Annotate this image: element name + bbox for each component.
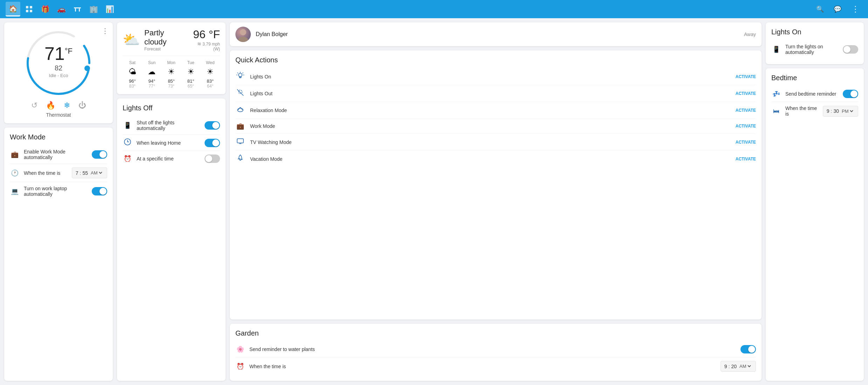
- nav-scenes[interactable]: [22, 2, 36, 16]
- thermostat-setpoint: 82: [44, 64, 73, 72]
- workmode-time-input[interactable]: 7 : 55 AMPM: [72, 167, 107, 178]
- thermostat-cool-icon[interactable]: ❄: [64, 101, 70, 110]
- svg-rect-5: [75, 8, 76, 12]
- workmode-ampm[interactable]: AMPM: [89, 170, 103, 176]
- workmode-enable-label: Enable Work Mode automatically: [24, 149, 88, 160]
- main-content: ⋮ 71°F 82 Idle - Eco: [0, 18, 868, 385]
- thermostat-power-icon[interactable]: ⏻: [78, 101, 86, 110]
- bedtime-ampm[interactable]: AMPM: [840, 108, 854, 114]
- lightson-panel: Lights On 📱 Turn the lights on automatic…: [766, 22, 864, 64]
- qa-vacation-activate[interactable]: ACTIVATE: [736, 157, 756, 161]
- garden-title: Garden: [235, 329, 756, 337]
- svg-point-13: [239, 73, 242, 77]
- lightsoff-leaving-toggle[interactable]: [205, 139, 220, 147]
- lightson-title: Lights On: [771, 28, 858, 36]
- bedtime-reminder-toggle[interactable]: [843, 90, 858, 98]
- garden-water-row: 🌸 Send reminder to water plants: [235, 342, 756, 357]
- qa-work: 💼 Work Mode ACTIVATE: [235, 119, 756, 134]
- nav-gift[interactable]: 🎁: [38, 2, 53, 16]
- svg-rect-0: [26, 6, 28, 8]
- lightsoff-title: Lights Off: [123, 104, 220, 112]
- weather-forecast: Sat 🌤 96° 83° Sun ☁ 94° 77° Mon ☀ 85° 73…: [123, 56, 220, 89]
- qa-relaxation-label: Relaxation Mode: [250, 108, 731, 113]
- thermostat-temperature: 71°F: [44, 44, 73, 63]
- lights-on-icon: [235, 72, 245, 81]
- qa-work-label: Work Mode: [250, 123, 731, 129]
- user-panel: Dylan Bolger Away: [230, 22, 762, 46]
- flower-icon: 🌸: [235, 345, 245, 353]
- center-right-column: Dylan Bolger Away Quick Actions Lights O…: [230, 22, 762, 381]
- workmode-laptop-toggle[interactable]: [92, 187, 107, 195]
- nav-car[interactable]: 🚗: [54, 2, 69, 16]
- lightsoff-time-row: ⏰ At a specific time: [123, 151, 220, 166]
- workmode-panel: Work Mode 💼 Enable Work Mode automatical…: [4, 128, 113, 381]
- clock-icon: 🕐: [10, 169, 20, 177]
- weather-icon: ⛅: [123, 32, 140, 48]
- bedtime-time-row: 🛏 When the time is 9 : 30 AMPM: [771, 102, 858, 120]
- lightsoff-time-label: At a specific time: [137, 156, 200, 161]
- garden-time-input[interactable]: 9 : 20 AMPM: [721, 361, 756, 372]
- more-icon[interactable]: ⋮: [848, 2, 862, 16]
- bed-icon: 🛏: [771, 108, 781, 115]
- garden-panel: Garden 🌸 Send reminder to water plants ⏰…: [230, 324, 762, 381]
- qa-tv-activate[interactable]: ACTIVATE: [736, 140, 756, 145]
- qa-tv-label: TV Watching Mode: [250, 139, 731, 145]
- thermostat-controls: ↺ 🔥 ❄ ⏻: [10, 101, 107, 110]
- center-left-column: ⛅ Partly cloudy Forecast 96 °F ≋ 3.79 mp…: [117, 22, 226, 381]
- thermostat-label: Thermostat: [10, 112, 107, 118]
- garden-water-toggle[interactable]: [740, 345, 756, 353]
- search-icon[interactable]: 🔍: [813, 2, 827, 16]
- workmode-enable-toggle[interactable]: [92, 150, 107, 159]
- weather-header: ⛅ Partly cloudy Forecast 96 °F ≋ 3.79 mp…: [123, 28, 220, 51]
- svg-rect-6: [79, 8, 80, 12]
- workmode-time-row: 🕐 When the time is 7 : 55 AMPM: [10, 164, 107, 182]
- bedtime-panel: Bedtime 💤 Send bedtime reminder 🛏 When t…: [766, 68, 864, 381]
- lightsoff-auto-row: 📱 Shut off the lights automatically: [123, 116, 220, 135]
- workmode-laptop-row: 💻 Turn on work laptop automatically: [10, 182, 107, 200]
- lightsoff-auto-toggle[interactable]: [205, 121, 220, 130]
- qa-lights-out-activate[interactable]: ACTIVATE: [736, 91, 756, 96]
- workmode-laptop-label: Turn on work laptop automatically: [24, 186, 88, 197]
- qa-relaxation-activate[interactable]: ACTIVATE: [736, 108, 756, 113]
- time-sep: :: [80, 170, 81, 176]
- garden-water-label: Send reminder to water plants: [249, 346, 736, 352]
- quickactions-panel: Quick Actions Lights On ACTIVATE Lights …: [230, 50, 762, 319]
- qa-work-activate[interactable]: ACTIVATE: [736, 124, 756, 129]
- lightsoff-auto-label: Shut off the lights automatically: [137, 120, 200, 131]
- thermostat-refresh-icon[interactable]: ↺: [31, 101, 37, 110]
- qa-lights-on-label: Lights On: [250, 74, 731, 80]
- weather-temp-block: 96 °F ≋ 3.79 mph (W): [191, 28, 220, 51]
- nav-table[interactable]: [70, 2, 85, 16]
- svg-point-14: [239, 90, 242, 94]
- garden-ampm[interactable]: AMPM: [738, 363, 752, 369]
- forecast-mon: Mon ☀ 85° 73°: [161, 60, 181, 89]
- qa-lights-on-activate[interactable]: ACTIVATE: [736, 74, 756, 79]
- thermostat-status: Idle - Eco: [44, 73, 73, 78]
- svg-point-11: [240, 29, 246, 35]
- bedtime-time-input[interactable]: 9 : 30 AMPM: [823, 106, 858, 117]
- chat-icon[interactable]: 💬: [830, 2, 845, 16]
- user-avatar-img: [235, 27, 251, 42]
- thermostat-panel: ⋮ 71°F 82 Idle - Eco: [4, 22, 113, 123]
- nav-home[interactable]: 🏠: [6, 2, 20, 16]
- bedtime-time-label: When the time is: [785, 105, 819, 117]
- weather-description: Partly cloudy: [144, 28, 186, 47]
- qa-lights-out-label: Lights Out: [250, 91, 731, 96]
- tv-icon: [235, 137, 245, 147]
- lightsoff-time-toggle[interactable]: [205, 154, 220, 163]
- qa-vacation-label: Vacation Mode: [250, 156, 731, 162]
- nav-building[interactable]: 🏢: [86, 2, 101, 16]
- svg-point-12: [238, 37, 248, 42]
- user-avatar: [235, 27, 251, 42]
- user-name: Dylan Bolger: [256, 31, 288, 37]
- lightsoff-panel: Lights Off 📱 Shut off the lights automat…: [117, 98, 226, 381]
- left-column: ⋮ 71°F 82 Idle - Eco: [4, 22, 113, 381]
- thermostat-heat-icon[interactable]: 🔥: [46, 101, 55, 110]
- thermostat-unit: °F: [65, 47, 73, 55]
- qa-tv: TV Watching Mode ACTIVATE: [235, 134, 756, 151]
- weather-panel: ⛅ Partly cloudy Forecast 96 °F ≋ 3.79 mp…: [117, 22, 226, 94]
- lightson-auto-toggle[interactable]: [843, 45, 858, 54]
- zzz-icon: 💤: [771, 90, 781, 98]
- nav-chart[interactable]: 📊: [102, 2, 117, 16]
- qa-vacation: Vacation Mode ACTIVATE: [235, 151, 756, 167]
